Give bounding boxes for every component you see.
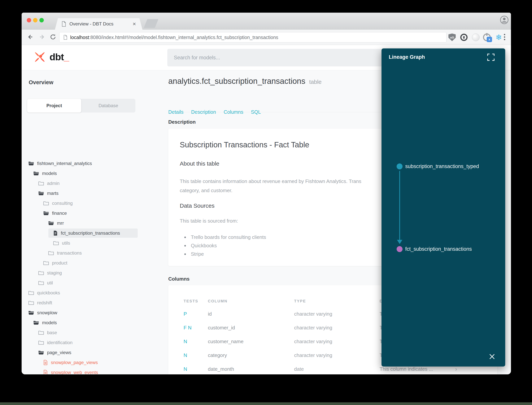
window-titlebar: Overview - DBT Docs × bbox=[22, 13, 511, 30]
cell-tests: N bbox=[184, 366, 187, 372]
tree-item-snowplow_page_views[interactable]: snowplow_page_views bbox=[22, 358, 164, 367]
folder-open-icon bbox=[43, 211, 49, 216]
tree-item-consulting[interactable]: consulting bbox=[22, 198, 164, 208]
folder-closed-icon bbox=[28, 290, 34, 295]
dbt-logo-icon bbox=[33, 51, 46, 63]
source-toggle: Project Database bbox=[27, 99, 135, 113]
fullscreen-icon[interactable] bbox=[487, 54, 495, 61]
folder-open-icon bbox=[33, 320, 39, 325]
column-header-type: TYPE bbox=[294, 299, 306, 303]
tree-item-page_views[interactable]: page_views bbox=[22, 348, 164, 358]
source-list-item: Trello boards for consulting clients bbox=[184, 234, 266, 240]
cell-tests: N bbox=[184, 338, 187, 344]
lineage-edge bbox=[399, 171, 400, 240]
folder-open-icon bbox=[38, 350, 44, 355]
url-bar[interactable]: localhost:8080/index.html#!/model/model.… bbox=[59, 32, 447, 42]
folder-open-icon bbox=[28, 161, 34, 166]
bullet-icon bbox=[184, 245, 186, 247]
tree-item-models-snowplow[interactable]: models bbox=[22, 318, 164, 328]
cell-type: character varying bbox=[294, 325, 332, 331]
url-host: localhost bbox=[70, 35, 89, 40]
lineage-node-subscription_transactions_typed[interactable]: subscription_transactions_typed bbox=[397, 163, 479, 169]
tree-item-fct_subscription_transactions[interactable]: fct_subscription_transactions bbox=[22, 228, 164, 238]
browser-menu-icon[interactable] bbox=[504, 34, 505, 40]
window-close-button[interactable] bbox=[27, 18, 31, 22]
tree-item-redshift[interactable]: redshift bbox=[22, 298, 164, 308]
data-sources-intro: This table is sourced from: bbox=[180, 218, 238, 224]
lineage-node-fct_subscription_transactions[interactable]: fct_subscription_transactions bbox=[397, 246, 472, 252]
cell-tests: N bbox=[184, 352, 187, 358]
tree-item-models[interactable]: models bbox=[22, 169, 164, 178]
about-paragraph-line1: This table contains information about re… bbox=[180, 178, 361, 184]
dbt-logo[interactable]: dbt_ bbox=[33, 51, 69, 63]
chevron-right-icon[interactable]: › bbox=[455, 366, 457, 372]
folder-closed-icon bbox=[38, 270, 44, 275]
browser-profile-icon[interactable] bbox=[500, 16, 508, 24]
tab-database[interactable]: Database bbox=[81, 99, 135, 113]
tree-item-marts[interactable]: marts bbox=[22, 188, 164, 198]
snowflake-extension-icon[interactable]: ❄ bbox=[494, 33, 504, 42]
tree-item-staging[interactable]: staging bbox=[22, 268, 164, 278]
model-file-icon bbox=[53, 230, 58, 236]
bullet-icon bbox=[184, 236, 186, 238]
tree-item-admin[interactable]: admin bbox=[22, 178, 164, 188]
folder-closed-icon bbox=[53, 241, 59, 246]
password-extension-icon[interactable] bbox=[459, 33, 469, 42]
about-paragraph-line2: category, and customer. bbox=[180, 188, 233, 194]
logo-text: dbt bbox=[50, 51, 64, 63]
tab-project[interactable]: Project bbox=[27, 99, 81, 113]
model-type-badge: table bbox=[309, 79, 322, 85]
reload-button[interactable] bbox=[48, 32, 58, 42]
window-minimize-button[interactable] bbox=[33, 18, 38, 22]
sidebar-overview-heading[interactable]: Overview bbox=[29, 79, 53, 86]
tab-close-icon[interactable]: × bbox=[132, 21, 136, 27]
folder-closed-icon bbox=[38, 330, 44, 335]
column-header-tests: TESTS bbox=[184, 299, 198, 303]
data-sources-heading: Data Sources bbox=[180, 202, 215, 209]
desktop-edge bbox=[0, 402, 532, 405]
tree-item-fishtown_internal_analytics[interactable]: fishtown_internal_analytics bbox=[22, 158, 164, 169]
tree-item-util[interactable]: util bbox=[22, 278, 164, 288]
new-tab-button[interactable] bbox=[144, 19, 158, 28]
cell-description: This column indicates ... bbox=[380, 366, 433, 372]
window-zoom-button[interactable] bbox=[39, 18, 44, 22]
url-text[interactable]: localhost:8080/index.html#!/model/model.… bbox=[70, 35, 278, 40]
tree-item-utils[interactable]: utils bbox=[22, 238, 164, 248]
folder-closed-icon bbox=[38, 181, 44, 186]
bullet-icon bbox=[184, 253, 186, 255]
tree-item-transactions[interactable]: transactions bbox=[22, 248, 164, 258]
forward-button[interactable] bbox=[37, 32, 47, 42]
page-title: analytics.fct_subscription_transactions … bbox=[168, 77, 322, 86]
tree-item-finance[interactable]: finance bbox=[22, 208, 164, 218]
tree-item-base[interactable]: base bbox=[22, 328, 164, 338]
browser-tab[interactable]: Overview - DBT Docs × bbox=[55, 18, 143, 30]
cell-type: character varying bbox=[294, 338, 332, 344]
cell-type: character varying bbox=[294, 311, 332, 317]
cell-column: category bbox=[208, 352, 227, 358]
about-heading: About this table bbox=[180, 160, 219, 167]
tree-item-product[interactable]: product bbox=[22, 258, 164, 268]
cell-type: date bbox=[294, 366, 304, 372]
ublock-extension-icon[interactable]: uO bbox=[447, 33, 457, 42]
cell-tests: F N bbox=[184, 325, 192, 331]
circle-extension-icon[interactable] bbox=[471, 33, 480, 42]
tree-item-mrr[interactable]: mrr bbox=[22, 218, 164, 228]
tree-item-snowplow_web_events[interactable]: snowplow_web_events bbox=[22, 367, 164, 374]
tree-item-snowplow[interactable]: snowplow bbox=[22, 308, 164, 318]
tab-title: Overview - DBT Docs bbox=[69, 21, 131, 27]
page-favicon-icon bbox=[61, 21, 66, 27]
browser-toolbar: localhost:8080/index.html#!/model/model.… bbox=[22, 30, 511, 45]
lineage-close-icon[interactable] bbox=[489, 353, 495, 360]
cell-column: customer_name bbox=[208, 338, 243, 344]
node-dot-teal bbox=[397, 163, 402, 169]
tree-item-quickbooks[interactable]: quickbooks bbox=[22, 288, 164, 298]
node-dot-purple bbox=[397, 246, 402, 252]
project-tree: fishtown_internal_analytics models admin… bbox=[22, 158, 164, 374]
tree-item-identification[interactable]: identification bbox=[22, 338, 164, 348]
power-extension-icon[interactable]: x bbox=[482, 33, 492, 42]
column-header-column: COLUMN bbox=[208, 299, 228, 303]
source-list-item: Quickbooks bbox=[184, 243, 217, 249]
folder-open-icon bbox=[33, 171, 39, 176]
back-button[interactable] bbox=[25, 32, 35, 42]
cell-type: character varying bbox=[294, 352, 332, 358]
